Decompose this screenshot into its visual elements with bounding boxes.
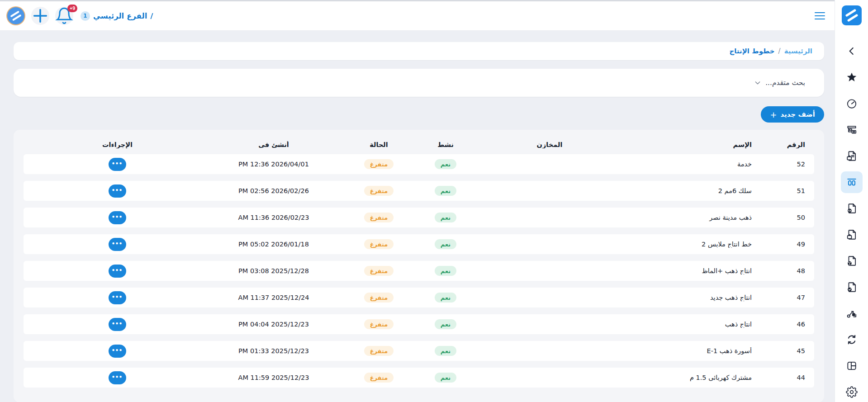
sidebar-nav	[835, 38, 868, 402]
cell-name: انتاج ذهب +الماظ	[624, 267, 755, 274]
quick-add-button[interactable]	[31, 7, 49, 25]
row-actions-button[interactable]: ●●●	[109, 211, 126, 224]
table-row: 46 انتاج ذهب نعم متفرغ PM 04:04 2025/12/…	[24, 314, 814, 334]
col-header-name: الإسم	[624, 141, 755, 148]
notification-count-badge: +9	[67, 5, 77, 12]
branch-count-badge: 1	[81, 11, 90, 21]
sidebar-item-settings[interactable]	[839, 379, 865, 402]
plus-icon: +	[770, 110, 777, 119]
table-row: 47 انتاج ذهب جديد نعم متفرغ AM 11:37 202…	[24, 288, 814, 307]
table-row: 51 سلك 6مم 2 نعم متفرغ PM 02:56 2026/02/…	[24, 181, 814, 201]
chevron-down-icon	[754, 79, 761, 86]
row-actions-button[interactable]: ●●●	[109, 265, 126, 278]
logo-inner	[7, 7, 24, 24]
row-actions-button[interactable]: ●●●	[109, 371, 126, 384]
advanced-search-label: بحث متقدم...	[765, 79, 805, 87]
sidebar-item-production-lines[interactable]	[839, 169, 865, 195]
status-badge: متفرغ	[364, 373, 394, 383]
table-header: الرقم الإسم المخازن نشط الحالة أنشئ فى ا…	[24, 135, 814, 154]
row-actions-button[interactable]: ●●●	[109, 184, 126, 198]
ellipsis-icon: ●●●	[112, 374, 123, 379]
file-box-icon	[846, 255, 858, 267]
cell-name: خدمة	[624, 161, 755, 168]
cell-id: 44	[755, 374, 809, 381]
table-row: 48 انتاج ذهب +الماظ نعم متفرغ PM 03:08 2…	[24, 261, 814, 281]
sync-icon	[846, 334, 858, 345]
col-header-actions: الإجراءات	[29, 141, 206, 148]
advanced-search-toggle[interactable]: بحث متقدم...	[14, 69, 824, 97]
cell-name: مشترك كهربائى 1.5 م	[624, 374, 755, 381]
active-badge: نعم	[435, 159, 456, 169]
sidebar-item-assets[interactable]	[839, 222, 865, 248]
cell-created: AM 11:37 2025/12/24	[206, 294, 342, 301]
chevron-left-icon	[846, 45, 858, 57]
sidebar-collapse-button[interactable]	[839, 38, 865, 64]
sidebar-item-pos[interactable]	[839, 117, 865, 143]
row-actions-button[interactable]: ●●●	[109, 318, 126, 331]
actions-bar: أضف جديد +	[14, 106, 824, 123]
sidebar-item-approvals[interactable]	[839, 274, 865, 300]
ellipsis-icon: ●●●	[112, 188, 123, 192]
cell-created: PM 12:36 2026/04/01	[206, 161, 342, 168]
cell-id: 45	[755, 347, 809, 355]
ellipsis-icon: ●●●	[112, 294, 123, 299]
breadcrumb-home-link[interactable]: الرئيسية	[784, 47, 812, 55]
cell-name: خط انتاج ملابس 2	[624, 241, 755, 248]
cell-created: AM 11:59 2025/12/23	[206, 374, 342, 381]
sidebar-item-purchases[interactable]	[839, 143, 865, 169]
active-badge: نعم	[435, 186, 456, 196]
file-case-icon	[846, 229, 858, 241]
table-row: 44 مشترك كهربائى 1.5 م نعم متفرغ AM 11:5…	[24, 368, 814, 388]
table-row: 45 أسورة ذهب E-1 نعم متفرغ PM 01:33 2025…	[24, 341, 814, 361]
breadcrumb: الرئيسية / خطوط الإنتاج	[14, 42, 824, 60]
row-actions-button[interactable]: ●●●	[109, 345, 126, 358]
sidebar-item-layout[interactable]	[839, 353, 865, 379]
sidebar-item-dashboard[interactable]	[839, 90, 865, 117]
cell-name: انتاج ذهب جديد	[624, 294, 755, 301]
status-badge: متفرغ	[364, 266, 394, 276]
cell-created: PM 01:33 2025/12/23	[206, 347, 342, 355]
ellipsis-icon: ●●●	[112, 161, 123, 166]
sidebar-item-workflow[interactable]	[839, 300, 865, 326]
sidebar-item-favorites[interactable]	[839, 64, 865, 90]
file-briefcase-icon	[846, 150, 858, 162]
page-title: خطوط الإنتاج	[729, 47, 774, 55]
ellipsis-icon: ●●●	[112, 321, 123, 326]
status-badge: متفرغ	[364, 213, 394, 222]
notifications-button[interactable]: +9	[55, 7, 73, 25]
sidebar-item-sync[interactable]	[839, 326, 865, 353]
menu-toggle-button[interactable]	[813, 10, 826, 22]
active-badge: نعم	[435, 266, 456, 276]
row-actions-button[interactable]: ●●●	[109, 158, 126, 171]
cell-created: PM 05:02 2026/01/18	[206, 241, 342, 248]
sidebar-item-sales-documents[interactable]	[839, 195, 865, 222]
gauge-icon	[846, 98, 858, 109]
cell-id: 48	[755, 267, 809, 274]
cell-name: انتاج ذهب	[624, 321, 755, 328]
active-badge: نعم	[435, 319, 456, 329]
col-header-warehouses: المخازن	[475, 141, 624, 148]
row-actions-button[interactable]: ●●●	[109, 238, 126, 251]
branch-selector[interactable]: 1 الفرع الرئيسي /	[81, 11, 153, 21]
row-actions-button[interactable]: ●●●	[109, 291, 126, 304]
sidebar-item-products[interactable]	[839, 248, 865, 274]
hamburger-icon	[815, 12, 825, 14]
status-badge: متفرغ	[364, 186, 394, 196]
col-header-active: نشط	[416, 141, 475, 148]
ellipsis-icon: ●●●	[112, 268, 123, 272]
status-badge: متفرغ	[364, 319, 394, 329]
add-new-button[interactable]: أضف جديد +	[761, 106, 824, 123]
cell-id: 51	[755, 187, 809, 194]
company-logo-avatar[interactable]	[6, 6, 25, 25]
production-lines-icon	[846, 176, 858, 188]
ellipsis-icon: ●●●	[112, 241, 123, 246]
add-new-label: أضف جديد	[781, 110, 816, 118]
active-badge: نعم	[435, 293, 456, 303]
status-badge: متفرغ	[364, 159, 394, 169]
gear-icon	[846, 386, 858, 398]
active-badge: نعم	[435, 239, 456, 249]
cell-id: 52	[755, 161, 809, 168]
active-badge: نعم	[435, 346, 456, 356]
cell-created: PM 02:56 2026/02/26	[206, 187, 342, 194]
app-logo[interactable]	[842, 5, 862, 25]
